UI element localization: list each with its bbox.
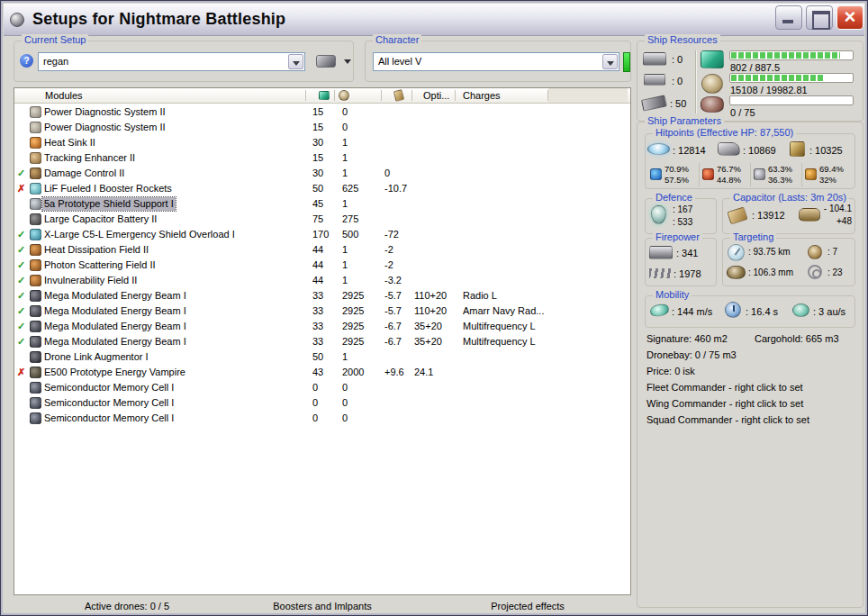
setup-combobox[interactable]: regan bbox=[38, 52, 305, 71]
module-row[interactable]: ✓Damage Control II3010 bbox=[14, 166, 630, 181]
close-button[interactable]: × bbox=[836, 5, 863, 30]
heatsink-module-icon bbox=[30, 137, 41, 149]
module-cpu: 33 bbox=[312, 289, 323, 303]
launcher-hardpoints-icon bbox=[644, 74, 665, 86]
module-powergrid: 1 bbox=[342, 136, 348, 149]
module-powergrid: 0 bbox=[342, 105, 348, 119]
thermal-resist-icon bbox=[702, 168, 714, 180]
character-combobox[interactable]: All level V bbox=[373, 52, 619, 71]
module-row[interactable]: Large Capacitor Battery II75275 bbox=[14, 212, 630, 227]
powergrid-icon bbox=[701, 74, 723, 94]
module-powergrid: 0 bbox=[342, 121, 348, 134]
column-header-opti[interactable]: Opti... bbox=[423, 90, 449, 101]
active-check-icon: ✓ bbox=[17, 274, 28, 287]
header-separator bbox=[455, 90, 456, 101]
powergrid-column-icon[interactable] bbox=[339, 90, 349, 101]
warp-speed-value: : 3 au/s bbox=[813, 306, 845, 318]
targeting-range-icon bbox=[728, 244, 745, 261]
module-cpu: 44 bbox=[312, 243, 323, 257]
warp-speed-icon bbox=[792, 303, 809, 317]
shieldsup-module-icon bbox=[30, 198, 41, 210]
module-powergrid: 2925 bbox=[342, 320, 364, 333]
column-header-modules[interactable]: Modules bbox=[45, 90, 83, 101]
module-powergrid: 2925 bbox=[342, 335, 364, 349]
active-drones-label[interactable]: Active drones: 0 / 5 bbox=[85, 601, 169, 611]
titlebar[interactable]: Setups for Nightmare Battleship bbox=[4, 4, 864, 36]
resist-cell-kinetic: 63.3%36.3% bbox=[750, 163, 801, 186]
module-row[interactable]: ✓Mega Modulated Energy Beam I332925-6.73… bbox=[14, 319, 630, 334]
memcell-module-icon bbox=[30, 397, 41, 409]
module-powergrid: 0 bbox=[342, 381, 348, 394]
info-line: Price: 0 isk bbox=[646, 366, 695, 377]
module-name: Tracking Enhancer II bbox=[44, 151, 135, 165]
module-row[interactable]: Drone Link Augmentor I501 bbox=[14, 349, 630, 365]
resistances-row: 70.9%57.5%76.7%44.8%63.3%36.3%69.4%32% bbox=[647, 163, 853, 186]
info-line[interactable]: Wing Commander - right click to set bbox=[646, 398, 803, 410]
header-separator bbox=[334, 90, 335, 101]
module-row[interactable]: 5a Prototype Shield Support I451 bbox=[14, 196, 630, 212]
module-row[interactable]: ✓Mega Modulated Energy Beam I332925-5.71… bbox=[14, 303, 630, 319]
module-row[interactable]: ✓Invulnerability Field II441-3.2 bbox=[14, 273, 630, 288]
module-powergrid: 1 bbox=[342, 274, 348, 287]
booster-module-icon bbox=[30, 183, 41, 195]
module-row[interactable]: Power Diagnostic System II150 bbox=[14, 104, 630, 120]
capacitor-group: Capacitor (Lasts: 3m 20s) : 13912 - 104.… bbox=[722, 198, 855, 234]
firepower-dps: : 341 bbox=[676, 248, 698, 259]
modules-table-header[interactable]: Modules Opti... Charges bbox=[14, 88, 630, 104]
module-row[interactable]: ✗E500 Prototype Energy Vampire432000+9.6… bbox=[14, 365, 630, 380]
module-powergrid: 0 bbox=[342, 396, 348, 410]
capacitor-column-icon[interactable] bbox=[393, 89, 405, 102]
sig-resolution: : 106.3 mm bbox=[748, 267, 793, 278]
modules-rows: Power Diagnostic System II150Power Diagn… bbox=[14, 104, 630, 426]
pds-module-icon bbox=[30, 106, 41, 118]
module-row[interactable]: ✗LiF Fueled I Booster Rockets50625-10.7 bbox=[14, 181, 630, 196]
module-row[interactable]: Tracking Enhancer II151 bbox=[14, 150, 630, 166]
module-cap: -6.7 bbox=[384, 335, 402, 349]
memcell-module-icon bbox=[30, 382, 41, 394]
active-check-icon: ✓ bbox=[17, 335, 28, 349]
module-row[interactable]: ✓Heat Dissipation Field II441-2 bbox=[14, 242, 630, 258]
setup-combobox-arrow[interactable] bbox=[288, 54, 303, 69]
info-line[interactable]: Fleet Commander - right click to set bbox=[646, 382, 803, 394]
module-row[interactable]: ✓Mega Modulated Energy Beam I332925-5.71… bbox=[14, 288, 630, 303]
max-targets-icon bbox=[808, 245, 822, 259]
cpu-column-icon[interactable] bbox=[319, 91, 330, 100]
active-check-icon: ✓ bbox=[17, 258, 28, 272]
module-name: Power Diagnostic System II bbox=[44, 121, 166, 134]
module-cap: -6.7 bbox=[384, 320, 402, 333]
offline-cross-icon: ✗ bbox=[17, 182, 28, 195]
turret-hardpoints-value: : 0 bbox=[672, 54, 683, 66]
boosters-implants-label[interactable]: Boosters and Imlpants bbox=[273, 601, 371, 611]
module-row[interactable]: ✓Photon Scattering Field II441-2 bbox=[14, 258, 630, 273]
module-cap: -10.7 bbox=[384, 182, 407, 195]
projected-effects-label[interactable]: Projected effects bbox=[491, 601, 565, 611]
maximize-button[interactable] bbox=[806, 5, 833, 30]
module-cap: -2 bbox=[384, 258, 393, 272]
module-row[interactable]: Semiconductor Memory Cell I00 bbox=[14, 411, 630, 426]
minimize-button[interactable] bbox=[775, 5, 802, 30]
setup-tools-dropdown-icon[interactable] bbox=[344, 59, 351, 68]
module-row[interactable]: ✓X-Large C5-L Emergency Shield Overload … bbox=[14, 227, 630, 242]
info-line[interactable]: Squad Commander - right click to set bbox=[646, 414, 809, 426]
volley-icon bbox=[649, 268, 671, 278]
module-row[interactable]: Semiconductor Memory Cell I00 bbox=[14, 395, 630, 411]
help-icon[interactable]: ? bbox=[20, 54, 33, 68]
setup-tools-icon[interactable] bbox=[316, 55, 336, 68]
capbat-module-icon bbox=[30, 213, 41, 225]
header-separator bbox=[411, 90, 412, 101]
module-row[interactable]: ✓Mega Modulated Energy Beam I332925-6.73… bbox=[14, 334, 630, 349]
powergrid-bar bbox=[729, 73, 854, 83]
module-opti: 110+20 bbox=[414, 289, 447, 303]
character-combobox-arrow[interactable] bbox=[602, 54, 618, 69]
module-cpu: 0 bbox=[312, 396, 318, 410]
em-resist-icon bbox=[650, 168, 662, 180]
module-row[interactable]: Heat Sink II301 bbox=[14, 135, 630, 150]
module-name: Photon Scattering Field II bbox=[44, 258, 156, 272]
column-header-charges[interactable]: Charges bbox=[463, 90, 501, 101]
module-row[interactable]: Power Diagnostic System II150 bbox=[14, 120, 630, 135]
kinetic-resist-icon bbox=[754, 168, 765, 180]
turret-hardpoints-icon bbox=[643, 52, 666, 66]
module-row[interactable]: Semiconductor Memory Cell I00 bbox=[14, 380, 630, 395]
current-setup-label: Current Setup bbox=[22, 34, 88, 45]
speed-value: : 144 m/s bbox=[672, 306, 712, 318]
